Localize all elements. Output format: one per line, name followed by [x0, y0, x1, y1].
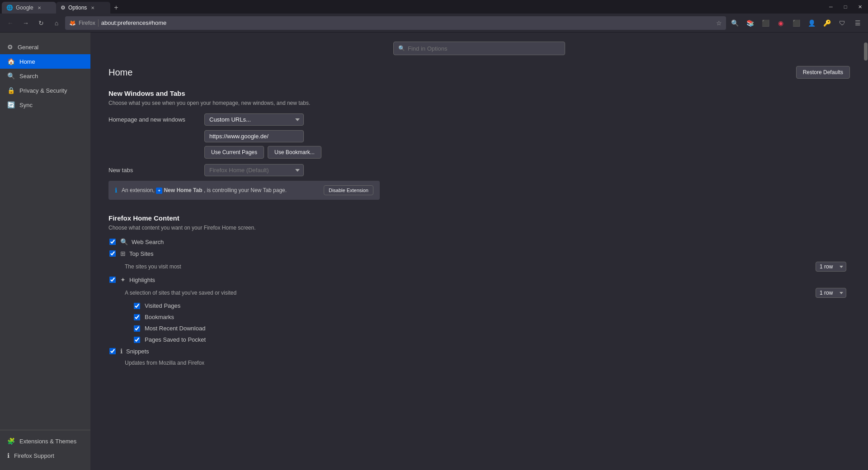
snippets-checkbox[interactable]	[109, 348, 116, 354]
sidebar: ⚙ General 🏠 Home 🔍 Search 🔒 Privacy & Se…	[0, 33, 90, 470]
sidebar-item-support[interactable]: ℹ Firefox Support	[0, 448, 90, 463]
bookmarks-row: Bookmarks	[108, 314, 850, 320]
pages-saved-to-pocket-checkbox[interactable]	[134, 337, 140, 343]
web-search-row: 🔍 Web Search	[108, 238, 850, 245]
home-button[interactable]: ⌂	[50, 16, 63, 30]
pages-saved-to-pocket-label: Pages Saved to Pocket	[145, 336, 206, 343]
highlights-icon: ✦	[120, 276, 126, 283]
scrollbar-track[interactable]	[863, 33, 868, 470]
tab-options[interactable]: ⚙ Options ✕	[56, 2, 110, 14]
main-layout: ⚙ General 🏠 Home 🔍 Search 🔒 Privacy & Se…	[0, 33, 868, 470]
new-home-tab-icon: +	[156, 188, 162, 194]
new-tabs-row: New tabs Firefox Home (Default) Blank Pa…	[108, 164, 850, 176]
home-icon: 🏠	[7, 58, 15, 65]
firefox-home-content-section: Firefox Home Content Choose what content…	[108, 214, 850, 366]
refresh-button[interactable]: ↻	[34, 16, 48, 30]
highlights-sub-label: A selection of sites that you've saved o…	[125, 290, 236, 296]
sidebar-item-home[interactable]: 🏠 Home	[0, 54, 90, 69]
homepage-select[interactable]: Custom URLs... Firefox Home (Default) Bl…	[204, 113, 304, 126]
highlights-rows-select[interactable]: 1 row 2 rows 3 rows 4 rows	[816, 288, 846, 298]
password-button[interactable]: 🔑	[820, 16, 834, 30]
use-bookmark-button[interactable]: Use Bookmark...	[268, 146, 321, 159]
firefox-home-content-desc: Choose what content you want on your Fir…	[108, 225, 850, 231]
navigation-bar: ← → ↻ ⌂ 🦊 Firefox ☆ 🔍 📚 ⬛ ◉ ⬛ 👤 🔑 🛡 ☰	[0, 14, 868, 33]
sidebar-item-sync-label: Sync	[19, 102, 33, 108]
highlights-label: ✦ Highlights	[120, 276, 155, 283]
homepage-url-input[interactable]	[204, 130, 304, 142]
maximize-button[interactable]: □	[839, 0, 852, 13]
snippets-sub-label: Updates from Mozilla and Firefox	[125, 360, 204, 366]
sidebar-item-privacy[interactable]: 🔒 Privacy & Security	[0, 83, 90, 98]
snippets-icon: ℹ	[120, 348, 123, 355]
extension-shield-button[interactable]: 🛡	[835, 16, 849, 30]
gear-icon: ⚙	[7, 43, 13, 51]
back-button[interactable]: ←	[4, 16, 17, 30]
sidebar-item-search-label: Search	[19, 73, 38, 80]
close-button[interactable]: ✕	[854, 0, 866, 13]
minimize-button[interactable]: ─	[825, 0, 837, 13]
highlights-checkbox[interactable]	[109, 277, 116, 283]
most-recent-download-row: Most Recent Download	[108, 325, 850, 332]
address-bar-container: 🦊 Firefox ☆	[65, 16, 726, 30]
pages-saved-to-pocket-row: Pages Saved to Pocket	[108, 336, 850, 343]
tab-google-label: Google	[16, 5, 33, 11]
toolbar-icons: 🔍 📚 ⬛ ◉ ⬛ 👤 🔑 🛡 ☰	[728, 16, 864, 30]
forward-button[interactable]: →	[19, 16, 33, 30]
menu-button[interactable]: ☰	[851, 16, 864, 30]
firefox-home-content-title: Firefox Home Content	[108, 214, 850, 222]
most-recent-download-label: Most Recent Download	[145, 325, 205, 332]
homepage-label: Homepage and new windows	[108, 116, 199, 123]
scrollbar-thumb[interactable]	[864, 42, 868, 61]
bookmarks-label: Bookmarks	[145, 314, 174, 320]
tab-options-label: Options	[68, 5, 87, 11]
library-button[interactable]: 📚	[743, 16, 757, 30]
sidebar-toggle-button[interactable]: ⬛	[759, 16, 772, 30]
lock-icon: 🔒	[7, 87, 15, 94]
warning-info-icon: ℹ	[115, 187, 117, 194]
restore-defaults-button[interactable]: Restore Defaults	[796, 66, 850, 79]
sidebar-item-general[interactable]: ⚙ General	[0, 40, 90, 54]
tab-options-favicon: ⚙	[61, 5, 66, 11]
sidebar-item-home-label: Home	[19, 58, 35, 65]
tab-options-close[interactable]: ✕	[90, 5, 96, 11]
web-search-checkbox[interactable]	[109, 239, 116, 245]
highlights-sub-row: A selection of sites that you've saved o…	[108, 288, 850, 298]
top-sites-label: ⊞ Top Sites	[120, 250, 153, 257]
window-controls: ─ □ ✕	[825, 0, 866, 13]
sidebar-bottom: 🧩 Extensions & Themes ℹ Firefox Support	[0, 430, 90, 463]
bookmark-star-icon[interactable]: ☆	[716, 19, 722, 27]
use-current-pages-button[interactable]: Use Current Pages	[204, 146, 264, 159]
top-sites-checkbox[interactable]	[109, 250, 116, 257]
page-title: Home	[108, 67, 132, 78]
top-sites-icon: ⊞	[120, 250, 126, 257]
new-windows-tabs-title: New Windows and Tabs	[108, 89, 850, 97]
pocket-button[interactable]: ◉	[774, 16, 788, 30]
most-recent-download-checkbox[interactable]	[134, 325, 140, 332]
bookmarks-checkbox[interactable]	[134, 314, 140, 320]
homepage-button-group: Use Current Pages Use Bookmark...	[204, 146, 850, 159]
new-tabs-label: New tabs	[108, 167, 199, 174]
address-input[interactable]	[101, 19, 713, 26]
firefox-label: Firefox	[79, 20, 95, 26]
snippets-sub-row: Updates from Mozilla and Firefox	[108, 359, 850, 366]
disable-extension-button[interactable]: Disable Extension	[324, 185, 373, 195]
tab-google-close[interactable]: ✕	[36, 5, 42, 11]
tab-google[interactable]: 🌐 Google ✕	[2, 2, 56, 14]
screenshot-button[interactable]: ⬛	[789, 16, 803, 30]
account-button[interactable]: 👤	[805, 16, 818, 30]
snippets-label: ℹ Snippets	[120, 348, 149, 355]
visited-pages-checkbox[interactable]	[134, 303, 140, 309]
new-tabs-select[interactable]: Firefox Home (Default) Blank Page Custom…	[204, 164, 304, 176]
search-toolbar-button[interactable]: 🔍	[728, 16, 741, 30]
search-checkbox-icon: 🔍	[120, 238, 128, 245]
find-in-options-input[interactable]	[408, 45, 560, 52]
sidebar-item-sync[interactable]: 🔄 Sync	[0, 98, 90, 112]
info-icon: ℹ	[7, 452, 9, 459]
top-sites-rows-select[interactable]: 1 row 2 rows 3 rows 4 rows	[816, 262, 846, 272]
visited-pages-row: Visited Pages	[108, 302, 850, 309]
sidebar-item-extensions[interactable]: 🧩 Extensions & Themes	[0, 434, 90, 448]
sidebar-item-search[interactable]: 🔍 Search	[0, 69, 90, 83]
search-icon: 🔍	[7, 72, 15, 80]
new-tab-button[interactable]: +	[110, 2, 122, 14]
title-bar: 🌐 Google ✕ ⚙ Options ✕ + ─ □ ✕	[0, 0, 868, 14]
